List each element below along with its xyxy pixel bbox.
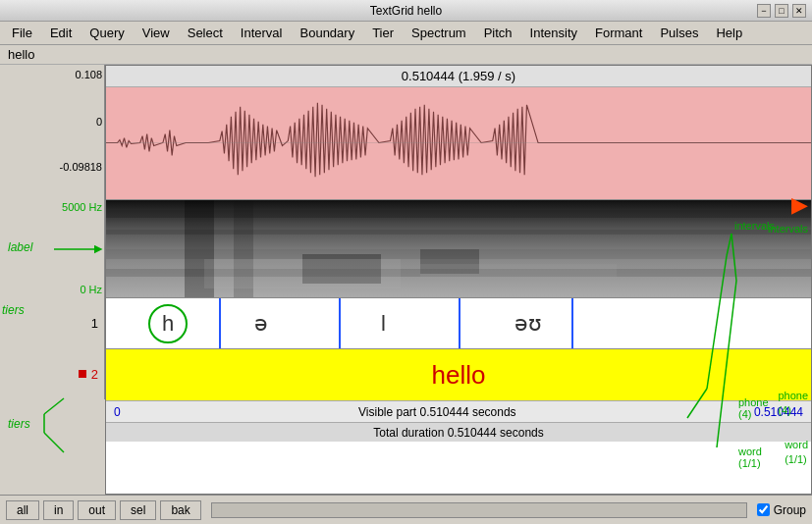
phone-tier-label: phone (4) — [778, 389, 808, 419]
menu-bar: File Edit Query View Select Interval Bou… — [0, 22, 812, 45]
boundary-1 — [219, 298, 221, 348]
waveform-min: -0.09818 — [60, 161, 102, 173]
waveform-max: 0.108 — [75, 69, 102, 80]
group-label: Group — [774, 503, 806, 517]
viz-container: 0.108 0 -0.09818 5000 Hz 0 Hz 1 tiers 2 — [0, 65, 812, 495]
boundary-2 — [339, 298, 341, 348]
word-label: hello — [106, 349, 811, 400]
tier1-number: 1 — [91, 316, 98, 331]
minimize-button[interactable]: − — [757, 4, 771, 18]
scrollbar-thumb[interactable] — [212, 503, 746, 517]
word-tier-label: word (1/1) — [785, 438, 808, 468]
menu-intensity[interactable]: Intensity — [522, 24, 585, 42]
phone-h-circled: h — [148, 304, 188, 343]
all-button[interactable]: all — [6, 500, 39, 520]
sel-button[interactable]: sel — [120, 500, 156, 520]
menu-select[interactable]: Select — [180, 24, 231, 42]
menu-pitch[interactable]: Pitch — [476, 24, 520, 42]
close-button[interactable]: ✕ — [792, 4, 806, 18]
word-tier[interactable]: hello — [106, 349, 811, 400]
boundary-3 — [459, 298, 460, 348]
menu-boundary[interactable]: Boundary — [293, 24, 363, 42]
tier2-number: 2 — [91, 367, 98, 382]
menu-pulses[interactable]: Pulses — [652, 24, 706, 42]
bak-button[interactable]: bak — [160, 500, 200, 520]
total-duration-bar: Total duration 0.510444 seconds — [106, 422, 811, 442]
menu-query[interactable]: Query — [81, 24, 132, 42]
menu-help[interactable]: Help — [708, 24, 750, 42]
spec-max-hz: 5000 Hz — [62, 201, 102, 213]
menu-spectrum[interactable]: Spectrum — [404, 24, 474, 42]
tiers-label: tiers — [2, 303, 25, 317]
word-tier-axis: 2 — [0, 348, 105, 399]
play-button[interactable]: ▶ — [791, 192, 808, 218]
phone-tier[interactable]: h ə l əʊ — [106, 298, 811, 349]
group-checkbox-container[interactable]: Group — [757, 503, 806, 517]
spectrogram-panel[interactable] — [106, 200, 811, 298]
waveform-panel[interactable] — [106, 87, 811, 200]
menu-formant[interactable]: Formant — [587, 24, 650, 42]
maximize-button[interactable]: □ — [775, 4, 788, 18]
waveform-svg — [106, 87, 811, 199]
menu-tier[interactable]: Tier — [364, 24, 402, 42]
time-start: 0 — [114, 405, 121, 419]
main-layout: TextGrid hello − □ ✕ File Edit Query Vie… — [0, 0, 812, 524]
intervals-label: intervals — [768, 222, 808, 236]
svg-rect-11 — [420, 264, 617, 284]
window-controls: − □ ✕ — [757, 4, 806, 18]
window-title: TextGrid hello — [370, 4, 442, 18]
phone-l: l — [381, 311, 386, 337]
scrollbar[interactable] — [211, 502, 747, 518]
visible-part-text: Visible part 0.510444 seconds — [358, 405, 516, 419]
spectrogram-axis: 5000 Hz 0 Hz — [0, 199, 105, 297]
bottom-time-bar: 0 Visible part 0.510444 seconds 0.510444 — [106, 400, 811, 422]
in-button[interactable]: in — [43, 500, 74, 520]
file-label: hello — [0, 45, 812, 65]
menu-edit[interactable]: Edit — [42, 24, 80, 42]
svg-rect-10 — [204, 259, 401, 288]
group-checkbox-input[interactable] — [757, 503, 770, 516]
right-panel: 0.510444 (1.959 / s) — [105, 65, 812, 495]
file-name: hello — [8, 47, 34, 62]
phone-ou: əʊ — [514, 311, 542, 337]
time-label: 0.510444 (1.959 / s) — [106, 66, 811, 87]
menu-file[interactable]: File — [4, 24, 40, 42]
phone-h-circle: h — [148, 304, 188, 343]
boundary-4 — [571, 298, 573, 348]
title-bar: TextGrid hello − □ ✕ — [0, 0, 812, 22]
phone-schwa: ə — [254, 311, 268, 337]
waveform-zero: 0 — [96, 116, 102, 128]
bottom-controls: all in out sel bak Group — [0, 495, 812, 524]
menu-view[interactable]: View — [135, 24, 178, 42]
spec-min-hz: 0 Hz — [80, 284, 102, 295]
tier2-indicator — [79, 370, 86, 378]
phone-tier-axis: 1 tiers — [0, 297, 105, 348]
out-button[interactable]: out — [78, 500, 116, 520]
menu-interval[interactable]: Interval — [233, 24, 291, 42]
waveform-axis: 0.108 0 -0.09818 — [0, 65, 105, 199]
left-axis-labels: 0.108 0 -0.09818 5000 Hz 0 Hz 1 tiers 2 — [0, 65, 105, 495]
total-duration-text: Total duration 0.510444 seconds — [373, 426, 543, 440]
